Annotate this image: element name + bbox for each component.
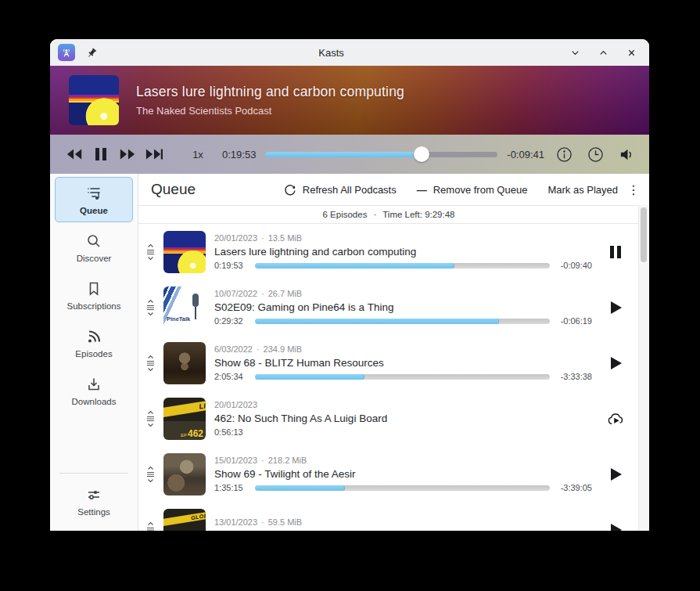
pause-button[interactable] [88, 141, 114, 168]
titlebar[interactable]: Kasts [50, 39, 649, 66]
episode-date: 6/03/2022 [214, 344, 253, 354]
episode-remaining: -3:39:05 [556, 483, 592, 492]
player-position: 0:19:53 [222, 149, 256, 160]
play-episode-button[interactable] [598, 467, 633, 482]
episode-row[interactable]: 20/01/2023·13.5 MiB Lasers lure lightnin… [138, 224, 639, 279]
player-remaining: -0:09:41 [507, 149, 544, 160]
sidebar-item-episodes[interactable]: Episodes [55, 320, 133, 366]
episode-row[interactable]: GLOBAL 13/01/2023·59.5 MiB 461: No Such … [138, 502, 639, 531]
remove-from-queue-button[interactable]: — Remove from Queue [412, 181, 533, 199]
episode-size: 218.2 MiB [268, 456, 307, 465]
overflow-menu-icon[interactable]: ⋮ [623, 182, 641, 198]
episode-title: Show 68 - BLITZ Human Resources [214, 357, 592, 369]
minus-icon: — [417, 184, 427, 196]
seek-handle[interactable] [414, 146, 429, 162]
sidebar-item-subscriptions[interactable]: Subscriptions [55, 272, 133, 318]
episode-title: S02E09: Gaming on Pine64 is a Thing [214, 301, 592, 313]
sidebar-item-settings[interactable]: Settings [55, 478, 133, 524]
remove-label: Remove from Queue [433, 184, 528, 196]
episode-title: 461: No Such Thing as the Milkmaid's Tal… [214, 530, 592, 531]
episode-artwork [163, 342, 206, 384]
episode-row[interactable]: 15/01/2023·218.2 MiB Show 69 - Twilight … [138, 446, 639, 502]
mark-played-label: Mark as Played [547, 184, 618, 196]
play-episode-button[interactable] [598, 522, 633, 532]
desktop-background: Kasts Lasers lure lightning and carbon c… [0, 0, 700, 591]
drag-handle-icon[interactable] [143, 521, 157, 532]
episode-size: 59.5 MiB [268, 517, 302, 527]
stream-episode-icon[interactable] [598, 411, 633, 427]
episode-date: 20/01/2023 [214, 233, 257, 243]
episode-progress-bar [255, 319, 550, 324]
episode-progress-bar [255, 263, 550, 268]
queue-page: Queue Refresh All Podcasts — Remove from… [138, 174, 649, 531]
play-episode-button[interactable] [598, 300, 633, 315]
drag-handle-icon[interactable] [143, 355, 157, 372]
minimize-button[interactable] [565, 42, 585, 63]
sidebar-label-subscriptions: Subscriptions [66, 301, 120, 311]
playback-speed[interactable]: 1x [188, 149, 208, 160]
volume-icon[interactable] [615, 142, 638, 166]
sidebar-divider [59, 473, 128, 474]
sidebar: Queue Discover Subscriptions [50, 174, 138, 531]
maximize-button[interactable] [593, 42, 613, 63]
download-icon [85, 376, 102, 393]
episode-size: 26.7 MiB [268, 289, 302, 298]
info-icon[interactable] [552, 142, 576, 166]
episode-position: 0:19:53 [214, 261, 249, 270]
episode-remaining: -0:09:40 [556, 261, 592, 270]
seek-slider[interactable] [265, 147, 497, 161]
kasts-app-icon [58, 44, 75, 61]
player-bar: 1x 0:19:53 -0:09:41 [50, 135, 649, 174]
now-playing-header[interactable]: Lasers lure lightning and carbon computi… [50, 66, 649, 135]
artwork-episode-number: EP462 [181, 428, 203, 439]
bookmark-icon [85, 280, 102, 297]
play-episode-button[interactable] [598, 355, 633, 371]
artwork-banner: LIVE [163, 398, 206, 418]
episode-artwork [163, 231, 206, 273]
drag-handle-icon[interactable] [143, 466, 157, 483]
episode-duration: 0:56:13 [214, 427, 249, 437]
seek-backward-button[interactable] [61, 141, 88, 168]
sidebar-item-downloads[interactable]: Downloads [55, 368, 133, 413]
episode-artwork: LIVE EP462 [163, 398, 206, 440]
sidebar-item-queue[interactable]: Queue [55, 177, 133, 222]
episode-remaining: -0:06:19 [556, 316, 592, 326]
episode-title: Lasers lure lightning and carbon computi… [214, 246, 592, 258]
episode-position: 2:05:34 [214, 372, 249, 381]
episode-progress-bar [255, 374, 550, 380]
now-playing-title: Lasers lure lightning and carbon computi… [136, 84, 404, 100]
drag-handle-icon[interactable] [143, 299, 157, 316]
sidebar-label-episodes: Episodes [75, 349, 112, 359]
microphone-graphic [192, 294, 199, 307]
scrollbar[interactable] [638, 205, 649, 531]
episode-row[interactable]: PineTalk 10/07/2022·26.7 MiB S02E09: Gam… [138, 279, 639, 335]
seek-fill [265, 152, 422, 157]
drag-handle-icon[interactable] [143, 410, 157, 427]
refresh-all-podcasts-button[interactable]: Refresh All Podcasts [279, 180, 401, 199]
queue-summary: 6 Episodes · Time Left: 9:29:48 [138, 205, 639, 224]
episode-row[interactable]: 6/03/2022·234.9 MiB Show 68 - BLITZ Huma… [138, 335, 639, 391]
pin-icon[interactable] [86, 47, 98, 59]
pause-episode-button[interactable] [598, 244, 633, 260]
mark-as-played-button[interactable]: Mark as Played [543, 181, 623, 199]
episode-date: 20/01/2023 [214, 400, 257, 409]
queue-icon [85, 185, 102, 202]
close-button[interactable] [621, 42, 641, 63]
episode-list: 20/01/2023·13.5 MiB Lasers lure lightnin… [138, 224, 639, 531]
drag-handle-icon[interactable] [143, 243, 157, 261]
sleep-timer-icon[interactable] [583, 142, 607, 166]
window-title: Kasts [98, 47, 565, 59]
episode-row[interactable]: LIVE EP462 20/01/2023 462: No Such Thing… [138, 391, 639, 446]
sidebar-label-settings: Settings [77, 507, 110, 517]
episode-size: 13.5 MiB [268, 233, 302, 243]
episode-progress-bar [255, 485, 550, 491]
seek-forward-button[interactable] [114, 141, 141, 168]
queue-toolbar: Queue Refresh All Podcasts — Remove from… [138, 174, 649, 205]
refresh-icon [284, 183, 296, 196]
sidebar-item-discover[interactable]: Discover [55, 225, 133, 270]
skip-next-button[interactable] [141, 141, 167, 168]
episode-date: 15/01/2023 [214, 456, 257, 465]
scrollbar-thumb[interactable] [641, 207, 647, 262]
episode-artwork [163, 453, 206, 496]
dot-separator: · [373, 210, 376, 219]
